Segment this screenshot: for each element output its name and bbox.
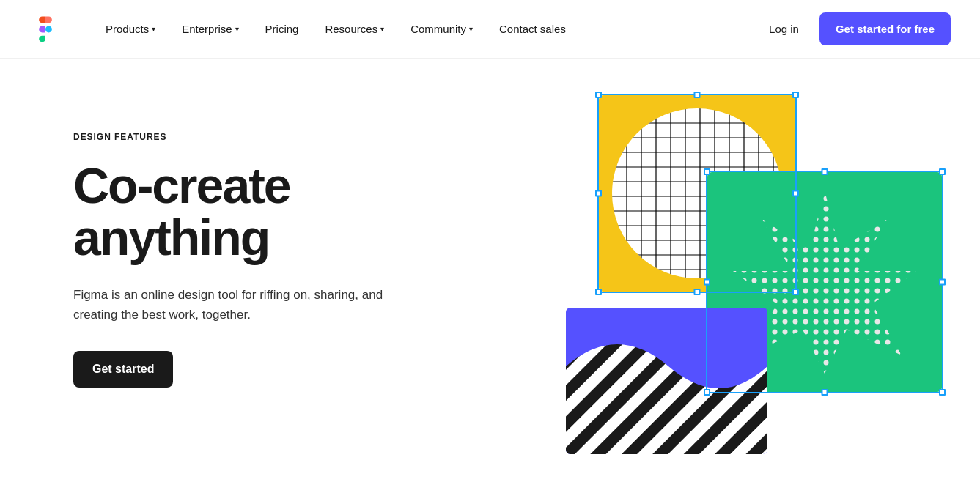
nav-item-contact-sales[interactable]: Contact sales bbox=[499, 23, 566, 35]
nav-item-resources[interactable]: Resources ▾ bbox=[325, 23, 384, 35]
nav-item-pricing[interactable]: Pricing bbox=[265, 23, 299, 35]
nav-item-enterprise[interactable]: Enterprise ▾ bbox=[182, 23, 238, 35]
stripe-svg bbox=[566, 308, 767, 454]
hero-illustration bbox=[555, 88, 980, 454]
hero-get-started-button[interactable]: Get started bbox=[73, 351, 173, 388]
nav-links: Products ▾ Enterprise ▾ Pricing Resource… bbox=[106, 23, 769, 35]
chevron-down-icon: ▾ bbox=[235, 25, 239, 33]
illustration-inner bbox=[555, 88, 980, 454]
figma-logo[interactable] bbox=[29, 13, 62, 45]
chevron-down-icon: ▾ bbox=[469, 25, 473, 33]
eyebrow-label: DESIGN FEATURES bbox=[73, 132, 440, 142]
svg-rect-27 bbox=[566, 308, 767, 454]
nav-item-products[interactable]: Products ▾ bbox=[106, 23, 155, 35]
chevron-down-icon: ▾ bbox=[152, 25, 155, 33]
hero-section: DESIGN FEATURES Co-create anything Figma… bbox=[0, 59, 980, 482]
hero-subtext: Figma is an online design tool for riffi… bbox=[73, 285, 396, 325]
blue-card bbox=[566, 308, 767, 454]
chevron-down-icon: ▾ bbox=[380, 25, 384, 33]
get-started-free-button[interactable]: Get started for free bbox=[819, 12, 951, 45]
log-in-link[interactable]: Log in bbox=[769, 23, 799, 35]
nav-right: Log in Get started for free bbox=[769, 12, 951, 45]
nav-item-community[interactable]: Community ▾ bbox=[410, 23, 473, 35]
navigation: Products ▾ Enterprise ▾ Pricing Resource… bbox=[0, 0, 980, 59]
hero-headline: Co-create anything bbox=[73, 160, 440, 264]
hero-left: DESIGN FEATURES Co-create anything Figma… bbox=[73, 103, 440, 388]
